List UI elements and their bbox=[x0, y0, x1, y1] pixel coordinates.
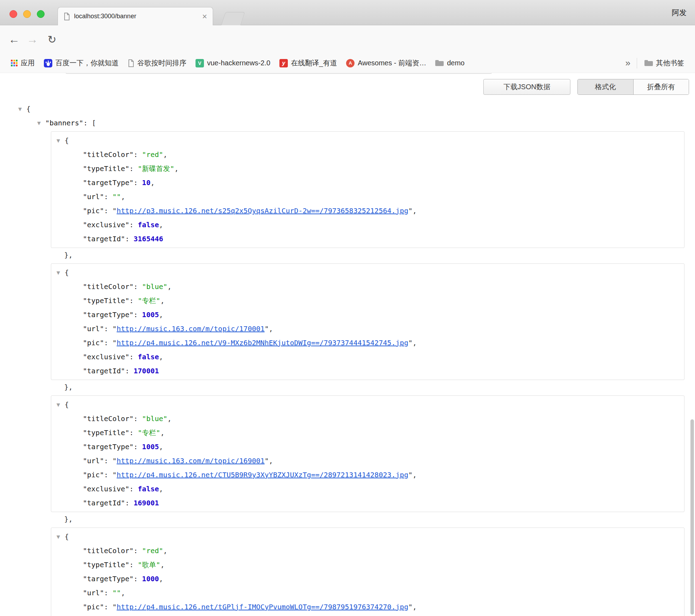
bookmark-label: vue-hackernews-2.0 bbox=[207, 59, 270, 67]
vue-icon: V bbox=[196, 59, 204, 67]
json-property-line: "typeTitle": "歌单", bbox=[51, 558, 684, 572]
baidu-icon bbox=[44, 59, 52, 67]
json-url-link[interactable]: http://music.163.com/m/topic/170001 bbox=[117, 325, 264, 333]
json-property-line: "typeTitle": "专栏", bbox=[51, 426, 684, 440]
apps-label: 应用 bbox=[21, 58, 35, 68]
json-property-line: "titleColor": "red", bbox=[51, 544, 684, 558]
folder-icon bbox=[435, 60, 444, 66]
folder-icon bbox=[644, 60, 653, 66]
json-property-line: "targetType": 1005, bbox=[51, 308, 684, 322]
json-array-item-box: ▼{"titleColor": "red","typeTitle": "歌单",… bbox=[51, 527, 684, 616]
collapse-all-button[interactable]: 折叠所有 bbox=[633, 79, 689, 94]
json-property-line: "titleColor": "blue", bbox=[51, 412, 684, 426]
refresh-button[interactable]: ↻ bbox=[44, 25, 60, 53]
json-property-line: "targetId": 170001 bbox=[51, 364, 684, 378]
forward-button[interactable]: → bbox=[25, 25, 40, 53]
json-url-link[interactable]: http://p3.music.126.net/s25q2x5QyqsAzilC… bbox=[117, 207, 408, 215]
collapse-toggle-icon[interactable]: ▼ bbox=[55, 398, 62, 412]
bookmarks-separator bbox=[637, 58, 637, 68]
youdao-icon: y bbox=[279, 59, 288, 67]
titlebar: localhost:3000/banner × 阿发 bbox=[0, 0, 695, 25]
back-button[interactable]: ← bbox=[6, 25, 22, 53]
collapse-toggle-icon[interactable]: ▼ bbox=[55, 530, 62, 544]
bookmark-google-sort[interactable]: 谷歌按时间排序 bbox=[123, 58, 191, 68]
zoom-window-button[interactable] bbox=[37, 10, 45, 18]
collapse-toggle-icon[interactable]: ▼ bbox=[35, 116, 42, 130]
bookmarks-bar: 应用 百度一下，你就知道 谷歌按时间排序 V vue-hackernews-2.… bbox=[0, 53, 695, 73]
json-property-line: "url": "", bbox=[51, 190, 684, 204]
json-property-line: "targetId": 3165446 bbox=[51, 232, 684, 246]
json-array-item-box: ▼{"titleColor": "red","typeTitle": "新碟首发… bbox=[51, 131, 684, 248]
bookmark-label: 谷歌按时间排序 bbox=[137, 58, 186, 68]
tab-title: localhost:3000/banner bbox=[74, 13, 198, 20]
minimize-window-button[interactable] bbox=[23, 10, 31, 18]
bookmark-youdao-translate[interactable]: y 在线翻译_有道 bbox=[275, 58, 342, 68]
collapse-toggle-icon[interactable]: ▼ bbox=[55, 266, 62, 280]
browser-window: localhost:3000/banner × 阿发 ← → ↻ i local… bbox=[0, 0, 695, 616]
json-property-line: "titleColor": "red", bbox=[51, 148, 684, 162]
format-button[interactable]: 格式化 bbox=[578, 79, 633, 94]
json-property-line: "pic": "http://p3.music.126.net/s25q2x5Q… bbox=[51, 204, 684, 218]
bookmark-label: 百度一下，你就知道 bbox=[55, 58, 119, 68]
json-property-line: "exclusive": false bbox=[51, 614, 684, 616]
json-property-line: "targetId": 169001 bbox=[51, 496, 684, 510]
download-json-button[interactable]: 下载JSON数据 bbox=[483, 79, 570, 95]
other-bookmarks-folder[interactable]: 其他书签 bbox=[640, 58, 689, 68]
json-property-line: "titleColor": "blue", bbox=[51, 280, 684, 294]
json-property-line: "exclusive": false, bbox=[51, 482, 684, 496]
json-property-line: "pic": "http://p4.music.126.net/CTU5B9R9… bbox=[51, 468, 684, 482]
json-property-line: "exclusive": false, bbox=[51, 218, 684, 232]
json-property-line: "typeTitle": "专栏", bbox=[51, 294, 684, 308]
page-favicon-icon bbox=[64, 13, 70, 20]
other-bookmarks-label: 其他书签 bbox=[656, 58, 684, 68]
browser-tab[interactable]: localhost:3000/banner × bbox=[58, 7, 213, 25]
bookmark-label: Awesomes - 前端资… bbox=[358, 58, 426, 68]
nav-toolbar: ← → ↻ i localhost:3000/banner ☆ V en FE … bbox=[0, 25, 695, 53]
bookmark-baidu[interactable]: 百度一下，你就知道 bbox=[39, 58, 123, 68]
json-url-link[interactable]: http://music.163.com/m/topic/169001 bbox=[117, 457, 264, 465]
collapse-toggle-icon[interactable]: ▼ bbox=[16, 102, 24, 116]
scrollbar-thumb[interactable] bbox=[690, 419, 694, 615]
browser-profile-name: 阿发 bbox=[672, 8, 687, 18]
json-property-line: "pic": "http://p4.music.126.net/tGPljf-I… bbox=[51, 600, 684, 614]
bookmark-label: 在线翻译_有道 bbox=[291, 58, 337, 68]
collapse-toggle-icon[interactable]: ▼ bbox=[55, 134, 62, 148]
format-collapse-button-group: 格式化 折叠所有 bbox=[577, 79, 689, 95]
json-property-line: "typeTitle": "新碟首发", bbox=[51, 162, 684, 176]
json-url-link[interactable]: http://p4.music.126.net/tGPljf-IMOCyPvum… bbox=[117, 603, 408, 611]
new-tab-button[interactable] bbox=[221, 12, 245, 25]
bookmarks-overflow-icon[interactable]: » bbox=[622, 58, 634, 68]
close-window-button[interactable] bbox=[9, 10, 17, 18]
json-property-line: "pic": "http://p4.music.126.net/V9-MXz6b… bbox=[51, 336, 684, 350]
json-url-link[interactable]: http://p4.music.126.net/CTU5B9R9y3XyYBZX… bbox=[117, 471, 408, 479]
bookmark-folder-demo[interactable]: demo bbox=[431, 59, 469, 67]
awesomes-icon: A bbox=[346, 59, 355, 67]
json-property-line: "url": "http://music.163.com/m/topic/170… bbox=[51, 322, 684, 336]
tab-close-icon[interactable]: × bbox=[202, 12, 207, 21]
json-array-item-box: ▼{"titleColor": "blue","typeTitle": "专栏"… bbox=[51, 263, 684, 380]
traffic-lights bbox=[9, 10, 45, 18]
json-property-line: "targetType": 10, bbox=[51, 176, 684, 190]
json-property-line: "targetType": 1000, bbox=[51, 572, 684, 586]
apps-grid-icon bbox=[11, 60, 18, 66]
json-url-link[interactable]: http://p4.music.126.net/V9-MXz6b2MNhEKju… bbox=[117, 339, 408, 347]
json-property-line: "targetType": 1005, bbox=[51, 440, 684, 454]
bookmark-vue-hackernews[interactable]: V vue-hackernews-2.0 bbox=[191, 59, 275, 67]
bookmark-label: demo bbox=[447, 59, 464, 67]
page-icon bbox=[128, 59, 134, 67]
json-property-line: "url": "", bbox=[51, 586, 684, 600]
bookmark-awesomes[interactable]: A Awesomes - 前端资… bbox=[342, 58, 431, 68]
json-property-line: "url": "http://music.163.com/m/topic/169… bbox=[51, 454, 684, 468]
apps-shortcut[interactable]: 应用 bbox=[6, 58, 39, 68]
json-tree: ▼{▼"banners": [▼{"titleColor": "red","ty… bbox=[0, 102, 695, 616]
json-property-line: "exclusive": false, bbox=[51, 350, 684, 364]
json-array-item-box: ▼{"titleColor": "blue","typeTitle": "专栏"… bbox=[51, 395, 684, 512]
